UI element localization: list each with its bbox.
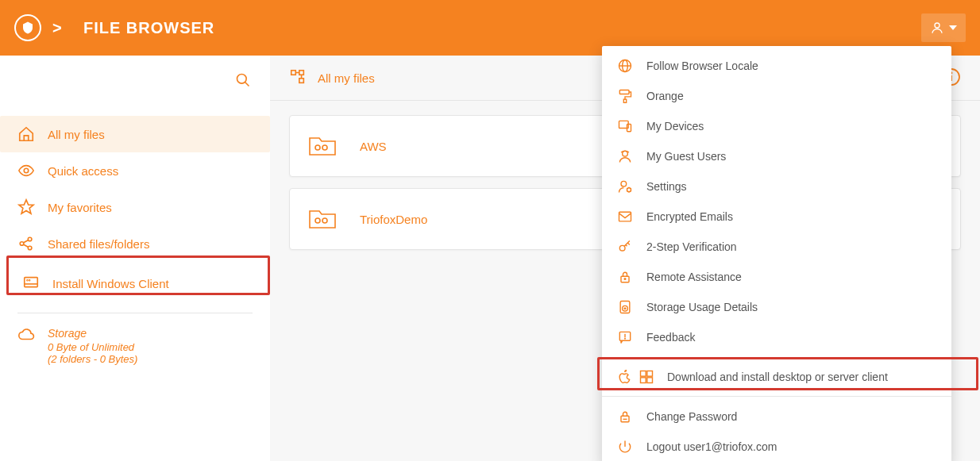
dd-item-change-password[interactable]: Change Password <box>602 401 951 432</box>
svg-rect-29 <box>619 90 629 94</box>
envelope-icon <box>616 208 634 225</box>
svg-point-24 <box>315 218 320 223</box>
password-icon <box>616 408 634 425</box>
svg-rect-30 <box>623 99 626 102</box>
svg-point-25 <box>322 218 327 223</box>
search-icon[interactable] <box>235 72 251 90</box>
svg-point-3 <box>24 168 29 173</box>
paint-roller-icon <box>616 87 634 105</box>
dd-item-label: Feedback <box>646 331 695 344</box>
shield-icon <box>21 21 35 35</box>
sidebar-item-quick-access[interactable]: Quick access <box>0 152 270 189</box>
sidebar: All my files Quick access My favorites S… <box>0 56 270 461</box>
svg-point-13 <box>29 280 30 281</box>
svg-line-8 <box>23 240 28 243</box>
sidebar-search-row <box>0 62 270 100</box>
svg-point-22 <box>315 145 320 150</box>
apple-icon <box>616 369 632 385</box>
sidebar-item-label: Install Windows Client <box>52 277 169 290</box>
sidebar-item-install-client[interactable]: Install Windows Client <box>5 265 265 302</box>
sidebar-item-all-my-files[interactable]: All my files <box>0 116 270 152</box>
sidebar-item-label: Quick access <box>48 164 118 178</box>
sidebar-nav: All my files Quick access My favorites S… <box>0 116 270 365</box>
storage-line1: 0 Byte of Unlimited <box>48 341 137 353</box>
monitor-icon <box>22 275 40 292</box>
storage-info: Storage 0 Byte of Unlimited (2 folders -… <box>0 326 270 365</box>
svg-marker-4 <box>19 200 33 213</box>
dd-item-label: My Guest Users <box>646 150 726 163</box>
svg-point-12 <box>27 280 28 281</box>
chevron-down-icon <box>949 25 957 30</box>
dd-item-feedback[interactable]: Feedback <box>602 322 951 352</box>
dd-item-label: Download and install desktop or server c… <box>667 371 888 383</box>
svg-rect-49 <box>647 378 653 383</box>
sidebar-item-label: All my files <box>48 128 105 141</box>
dd-item-label: Remote Assistance <box>646 271 742 283</box>
windows-icon <box>639 369 654 385</box>
sidebar-item-favorites[interactable]: My favorites <box>0 189 270 225</box>
key-icon <box>616 238 634 255</box>
storage-line2: (2 folders - 0 Bytes) <box>48 353 137 365</box>
feedback-icon <box>616 328 634 346</box>
sidebar-item-label: Shared files/folders <box>48 237 149 251</box>
storage-title: Storage <box>48 326 137 341</box>
breadcrumb-separator: > <box>52 19 63 36</box>
dropdown-divider <box>602 357 951 358</box>
sidebar-divider <box>17 313 253 313</box>
dd-item-label: Logout user1@triofox.com <box>646 440 777 453</box>
svg-rect-16 <box>299 78 304 83</box>
svg-point-0 <box>935 23 939 28</box>
globe-icon <box>616 57 634 75</box>
dd-item-label: Orange <box>646 90 684 102</box>
devices-icon <box>616 117 634 135</box>
dd-item-label: 2-Step Verification <box>646 240 737 253</box>
svg-rect-14 <box>291 70 296 75</box>
sidebar-item-shared[interactable]: Shared files/folders <box>0 225 270 262</box>
cloud-icon <box>17 326 35 344</box>
star-icon <box>17 198 35 216</box>
tree-icon <box>289 68 307 88</box>
power-icon <box>616 438 634 455</box>
dd-item-label: My Devices <box>646 120 704 133</box>
dd-item-theme[interactable]: Orange <box>602 81 951 111</box>
dropdown-divider <box>602 396 951 397</box>
home-icon <box>17 125 35 143</box>
user-settings-icon <box>616 178 634 195</box>
svg-point-34 <box>621 181 627 186</box>
svg-point-39 <box>624 279 626 280</box>
svg-rect-46 <box>641 371 646 377</box>
dd-item-label: Settings <box>646 180 687 193</box>
user-menu-button[interactable] <box>921 13 966 42</box>
svg-line-2 <box>245 82 249 86</box>
dd-item-logout[interactable]: Logout user1@triofox.com <box>602 432 951 461</box>
lock-icon <box>616 268 634 286</box>
sidebar-item-label: My favorites <box>48 201 112 214</box>
content-title: All my files <box>318 71 375 85</box>
svg-rect-36 <box>619 212 631 221</box>
dd-item-encrypted-emails[interactable]: Encrypted Emails <box>602 202 951 232</box>
dd-item-download-client[interactable]: Download and install desktop or server c… <box>602 363 951 391</box>
dd-item-remote-assist[interactable]: Remote Assistance <box>602 262 951 292</box>
user-icon <box>930 21 944 35</box>
svg-rect-15 <box>299 70 304 75</box>
dd-item-guest-users[interactable]: My Guest Users <box>602 141 951 171</box>
page-title: FILE BROWSER <box>83 19 214 36</box>
svg-point-35 <box>627 188 631 192</box>
svg-point-42 <box>624 308 626 309</box>
svg-rect-10 <box>25 278 38 287</box>
guest-icon <box>616 148 634 165</box>
dd-item-2step[interactable]: 2-Step Verification <box>602 232 951 262</box>
shared-folder-icon <box>307 207 338 231</box>
dd-item-devices[interactable]: My Devices <box>602 111 951 141</box>
dd-item-label: Follow Browser Locale <box>646 60 758 72</box>
svg-point-23 <box>322 145 327 150</box>
dd-item-label: Encrypted Emails <box>646 210 733 223</box>
svg-line-9 <box>23 244 28 248</box>
svg-point-41 <box>623 305 628 311</box>
dd-item-settings[interactable]: Settings <box>602 171 951 202</box>
dd-item-storage-usage[interactable]: Storage Usage Details <box>602 292 951 322</box>
dd-item-label: Change Password <box>646 410 737 423</box>
app-logo[interactable] <box>14 14 41 41</box>
dd-item-locale[interactable]: Follow Browser Locale <box>602 51 951 81</box>
svg-rect-48 <box>641 378 646 383</box>
